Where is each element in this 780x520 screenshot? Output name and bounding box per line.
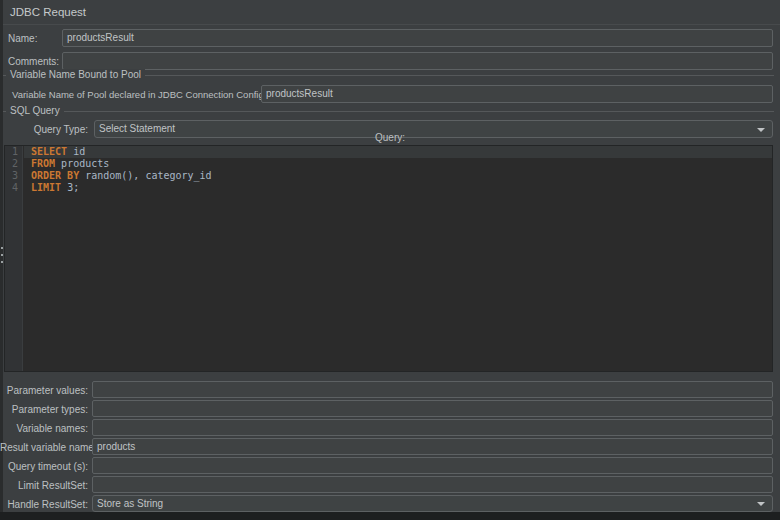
sql-editor-code[interactable]: SELECT idFROM productsORDER BY random(),… [31,146,772,194]
pool-variable-label: Variable Name of Pool declared in JDBC C… [12,89,295,100]
splitter-grip-icon[interactable] [0,247,3,263]
query-timeout-label: Query timeout (s): [0,461,88,472]
limit-resultset-label: Limit ResultSet: [0,480,88,491]
handle-resultset-selected: Store as String [97,498,163,509]
line-number: 3 [5,170,22,182]
sql-code-line: ORDER BY random(), category_id [31,170,772,182]
name-label: Name: [8,33,37,44]
title-divider [3,24,780,25]
sql-group-legend: SQL Query [6,105,64,116]
pool-variable-input[interactable]: productsResult [261,85,773,103]
jdbc-request-panel: JDBC Request Name: productsResult Commen… [0,0,780,520]
line-number: 2 [5,158,22,170]
result-variable-name-input[interactable]: products [92,438,773,455]
result-variable-name-label: Result variable name: [0,442,88,453]
sql-code-line: LIMIT 3; [31,182,772,194]
variable-names-input[interactable] [92,419,773,436]
sql-editor[interactable]: 1234 SELECT idFROM productsORDER BY rand… [4,145,773,372]
bottom-edge [0,512,780,520]
handle-resultset-dropdown[interactable]: Store as String [92,495,773,512]
query-timeout-input[interactable] [92,457,773,474]
sql-group-border [3,111,774,112]
parameter-values-label: Parameter values: [0,385,88,396]
variable-names-label: Variable names: [0,423,88,434]
comments-label: Comments: [8,56,59,67]
limit-resultset-input[interactable] [92,476,773,493]
page-title: JDBC Request [10,6,86,18]
sql-code-line: SELECT id [31,146,772,158]
handle-resultset-label: Handle ResultSet: [0,499,88,510]
parameter-types-label: Parameter types: [0,404,88,415]
query-label: Query: [0,132,780,143]
line-number: 1 [5,146,22,158]
comments-input[interactable] [62,52,773,70]
name-input[interactable]: productsResult [62,29,773,47]
chevron-down-icon [757,502,765,506]
parameter-values-input[interactable] [92,381,773,398]
parameter-types-input[interactable] [92,400,773,417]
line-number: 4 [5,182,22,194]
sql-code-line: FROM products [31,158,772,170]
line-number-gutter: 1234 [5,146,23,371]
pool-group-legend: Variable Name Bound to Pool [6,69,145,80]
